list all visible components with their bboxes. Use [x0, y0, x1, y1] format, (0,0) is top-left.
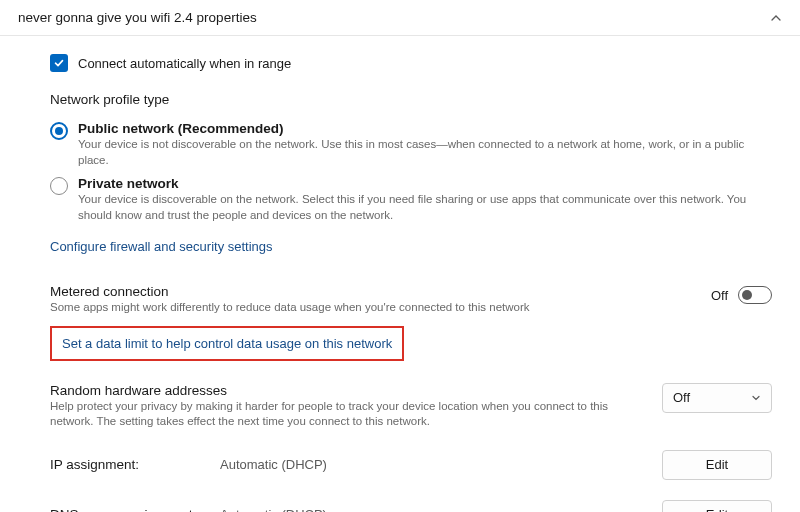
- radio-public-body: Public network (Recommended) Your device…: [78, 121, 772, 168]
- radio-private-body: Private network Your device is discovera…: [78, 176, 772, 223]
- metered-desc: Some apps might work differently to redu…: [50, 299, 691, 316]
- metered-toggle-wrap: Off: [711, 284, 772, 304]
- data-limit-link[interactable]: Set a data limit to help control data us…: [62, 336, 392, 351]
- metered-section: Metered connection Some apps might work …: [50, 264, 772, 361]
- profile-section-title: Network profile type: [50, 88, 772, 117]
- radio-private-label: Private network: [78, 176, 772, 191]
- panel-header[interactable]: never gonna give you wifi 2.4 properties: [0, 0, 800, 36]
- radio-private-desc: Your device is discoverable on the netwo…: [78, 191, 772, 223]
- random-hw-dropdown[interactable]: Off: [662, 383, 772, 413]
- auto-connect-checkbox[interactable]: [50, 54, 68, 72]
- auto-connect-row[interactable]: Connect automatically when in range: [50, 48, 772, 88]
- ip-assignment-row: IP assignment: Automatic (DHCP) Edit: [50, 430, 772, 480]
- chevron-up-icon: [770, 12, 782, 24]
- panel-content: Connect automatically when in range Netw…: [0, 36, 800, 512]
- firewall-link[interactable]: Configure firewall and security settings: [50, 225, 273, 264]
- metered-toggle-label: Off: [711, 288, 728, 303]
- panel-title: never gonna give you wifi 2.4 properties: [18, 10, 257, 25]
- radio-public-row[interactable]: Public network (Recommended) Your device…: [50, 117, 772, 170]
- ip-label: IP assignment:: [50, 457, 220, 472]
- radio-private[interactable]: [50, 177, 68, 195]
- metered-toggle[interactable]: [738, 286, 772, 304]
- chevron-down-icon: [751, 393, 761, 403]
- ip-edit-button[interactable]: Edit: [662, 450, 772, 480]
- data-limit-highlight: Set a data limit to help control data us…: [50, 326, 404, 361]
- random-hw-desc: Help protect your privacy by making it h…: [50, 398, 642, 430]
- dns-assignment-row: DNS server assignment: Automatic (DHCP) …: [50, 480, 772, 512]
- radio-public-desc: Your device is not discoverable on the n…: [78, 136, 772, 168]
- check-icon: [53, 57, 65, 69]
- dns-value: Automatic (DHCP): [220, 507, 662, 512]
- random-hw-dropdown-value: Off: [673, 390, 690, 405]
- radio-public-label: Public network (Recommended): [78, 121, 772, 136]
- random-hw-section: Random hardware addresses Help protect y…: [50, 361, 772, 430]
- metered-title: Metered connection: [50, 284, 691, 299]
- radio-public[interactable]: [50, 122, 68, 140]
- radio-private-row[interactable]: Private network Your device is discovera…: [50, 170, 772, 225]
- dns-label: DNS server assignment:: [50, 507, 220, 512]
- dns-edit-button[interactable]: Edit: [662, 500, 772, 512]
- random-hw-title: Random hardware addresses: [50, 383, 642, 398]
- auto-connect-label: Connect automatically when in range: [78, 56, 291, 71]
- ip-value: Automatic (DHCP): [220, 457, 662, 472]
